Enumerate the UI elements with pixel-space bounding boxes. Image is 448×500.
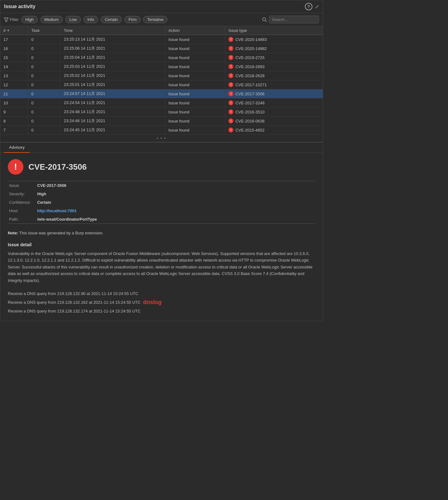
dns-log-text-2: Receive a DNS query from 219.128.132.162… <box>8 299 141 306</box>
dns-log-section: Receive a DNS query from 219.128.132.90 … <box>8 290 315 315</box>
cell-issue-type: !CVE-2018-2893 <box>225 62 323 71</box>
table-row[interactable]: 9023:24:48 14 11月 2021Issue found!CVE-20… <box>0 108 323 117</box>
cell-id: 16 <box>0 44 28 53</box>
cell-task: 0 <box>28 117 61 126</box>
severity-icon: ! <box>228 55 233 60</box>
col-action[interactable]: Action <box>165 26 225 35</box>
host-link[interactable]: http://localhost:7001 <box>37 208 77 213</box>
table-row[interactable]: 14023:25:03 14 11月 2021Issue found!CVE-2… <box>0 62 323 71</box>
svg-point-1 <box>263 18 266 21</box>
cell-id: 17 <box>0 35 28 44</box>
cell-action: Issue found <box>165 98 225 108</box>
table-header-row: # ▼ Task Time Action Issue type <box>0 26 323 35</box>
cell-time: 23:25:02 14 11月 2021 <box>61 71 165 80</box>
cell-task: 0 <box>28 126 61 135</box>
severity-label: Severity: <box>8 190 36 198</box>
severity-icon: ! <box>228 91 233 96</box>
dns-log-text-1: Receive a DNS query from 219.128.132.90 … <box>8 290 138 297</box>
cell-task: 0 <box>28 80 61 89</box>
tab-advisory[interactable]: Advisory <box>4 142 30 153</box>
path-label: Path: <box>8 215 36 224</box>
host-label: Host: <box>8 207 36 215</box>
cell-issue-type: !CVE-2017-3506 <box>225 89 323 98</box>
help-button[interactable]: ? <box>305 3 312 10</box>
filter-icon <box>4 18 8 22</box>
dns-log-line-1: Receive a DNS query from 219.128.132.90 … <box>8 290 315 297</box>
table-row[interactable]: 7023:24:45 14 11月 2021Issue found!CVE-20… <box>0 126 323 135</box>
cell-action: Issue found <box>165 44 225 53</box>
expand-button[interactable]: ⤢ <box>315 4 319 10</box>
cell-issue-type: !CVE-2017-3248 <box>225 98 323 108</box>
cell-time: 23:25:13 14 11月 2021 <box>61 35 165 44</box>
svg-line-2 <box>266 20 267 22</box>
table-row[interactable]: 10023:24:54 14 11月 2021Issue found!CVE-2… <box>0 98 323 108</box>
cell-action: Issue found <box>165 89 225 98</box>
cell-issue-type: !CVE-2015-4852 <box>225 126 323 135</box>
cve-label: CVE-2017-10271 <box>235 82 266 87</box>
cell-time: 23:25:06 14 11月 2021 <box>61 44 165 53</box>
col-number[interactable]: # ▼ <box>0 26 28 35</box>
cell-time: 23:24:46 14 11月 2021 <box>61 117 165 126</box>
cell-task: 0 <box>28 44 61 53</box>
cve-title: CVE-2017-3506 <box>28 162 87 172</box>
severity-icon: ! <box>228 100 233 105</box>
issue-value: CVE-2017-3506 <box>36 181 315 190</box>
more-rows-indicator: • • • <box>0 135 323 142</box>
col-issue-type[interactable]: Issue type <box>225 26 323 35</box>
table-row[interactable]: 15023:25:04 14 11月 2021Issue found!CVE-2… <box>0 53 323 62</box>
cell-time: 23:24:57 14 11月 2021 <box>61 89 165 98</box>
col-task[interactable]: Task <box>28 26 61 35</box>
table-row[interactable]: 16023:25:06 14 11月 2021Issue found!CVE-2… <box>0 44 323 53</box>
table-row[interactable]: 17023:25:13 14 11月 2021Issue found!CVE-2… <box>0 35 323 44</box>
cell-action: Issue found <box>165 71 225 80</box>
filter-certain-button[interactable]: Certain <box>101 16 122 23</box>
table-row[interactable]: 13023:25:02 14 11月 2021Issue found!CVE-2… <box>0 71 323 80</box>
cell-id: 13 <box>0 71 28 80</box>
severity-icon: ! <box>228 82 233 87</box>
cell-action: Issue found <box>165 62 225 71</box>
filter-low-button[interactable]: Low <box>65 16 81 23</box>
filter-firm-button[interactable]: Firm <box>124 16 141 23</box>
title-bar: Issue activity ? ⤢ <box>0 0 323 13</box>
confidence-value: Certain <box>36 198 315 207</box>
cell-action: Issue found <box>165 117 225 126</box>
severity-icon: ! <box>228 64 233 69</box>
cell-issue-type: !CVE-2017-10271 <box>225 80 323 89</box>
cell-id: 10 <box>0 98 28 108</box>
filter-medium-button[interactable]: Medium <box>40 16 63 23</box>
info-row-host: Host: http://localhost:7001 <box>8 207 315 215</box>
host-value[interactable]: http://localhost:7001 <box>36 207 315 215</box>
cell-time: 23:25:03 14 11月 2021 <box>61 62 165 71</box>
cve-label: CVE-2020-14883 <box>235 37 266 42</box>
severity-icon: ! <box>228 118 233 123</box>
info-row-confidence: Confidence: Certain <box>8 198 315 207</box>
cell-time: 23:24:54 14 11月 2021 <box>61 98 165 108</box>
cell-time: 23:24:48 14 11月 2021 <box>61 108 165 117</box>
col-time[interactable]: Time <box>61 26 165 35</box>
cve-severity-icon: ! <box>8 159 23 175</box>
cell-time: 23:25:01 14 11月 2021 <box>61 80 165 89</box>
table-row[interactable]: 8023:24:46 14 11月 2021Issue found!CVE-20… <box>0 117 323 126</box>
table-row[interactable]: 11023:24:57 14 11月 2021Issue found!CVE-2… <box>0 89 323 98</box>
info-row-issue: Issue: CVE-2017-3506 <box>8 181 315 190</box>
table-row[interactable]: 12023:25:01 14 11月 2021Issue found!CVE-2… <box>0 80 323 89</box>
cell-action: Issue found <box>165 126 225 135</box>
severity-icon: ! <box>228 46 233 51</box>
note-text: This issue was generated by a Burp exten… <box>19 231 104 235</box>
cell-id: 8 <box>0 117 28 126</box>
cell-id: 12 <box>0 80 28 89</box>
note-section: Note: This issue was generated by a Burp… <box>8 230 315 237</box>
cell-issue-type: !CVE-2016-3510 <box>225 108 323 117</box>
filter-tentative-button[interactable]: Tentative <box>143 16 167 23</box>
cell-action: Issue found <box>165 35 225 44</box>
search-input[interactable] <box>269 16 319 23</box>
filter-high-button[interactable]: High <box>21 16 38 23</box>
cell-id: 9 <box>0 108 28 117</box>
severity-icon: ! <box>228 37 233 42</box>
cell-issue-type: !CVE-2020-14882 <box>225 44 323 53</box>
cell-id: 7 <box>0 126 28 135</box>
filter-info-button[interactable]: Info <box>83 16 98 23</box>
cell-task: 0 <box>28 98 61 108</box>
info-row-path: Path: /wls-wsat/CoordinatorPortType <box>8 215 315 224</box>
cve-label: CVE-2016-3510 <box>235 110 264 114</box>
